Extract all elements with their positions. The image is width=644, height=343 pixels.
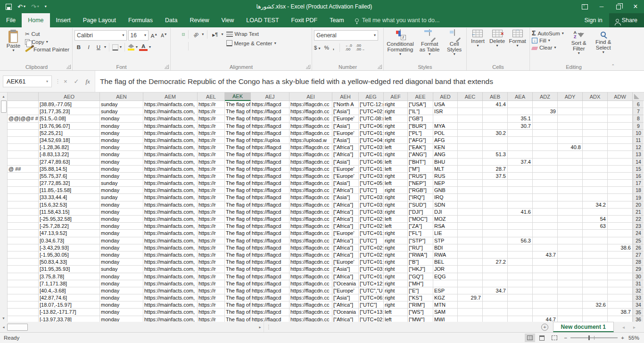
cell-AED18[interactable]: GNB: [433, 187, 458, 194]
cell-AEL27[interactable]: https://r: [198, 251, 225, 259]
cell-AEH29[interactable]: ["Asia"]: [332, 266, 359, 273]
cell-ADW11[interactable]: [608, 137, 633, 144]
cell-AEB17[interactable]: [483, 180, 508, 187]
cell-AEP13[interactable]: [8, 151, 39, 158]
cell-AEI7[interactable]: https://flagcdn.cc: [289, 108, 332, 115]
cell-ADX7[interactable]: [583, 108, 608, 115]
cell-AEK23[interactable]: The flag of: [225, 223, 251, 230]
cell-AEB30[interactable]: [483, 273, 508, 280]
cell-AEE32[interactable]: ["E"]: [408, 287, 433, 294]
cell-AEA33[interactable]: [508, 294, 533, 301]
cell-AEC32[interactable]: [458, 287, 483, 294]
cell-AEP21[interactable]: [8, 209, 39, 216]
cell-ADW8[interactable]: [608, 115, 633, 122]
cell-ADX28[interactable]: [583, 259, 608, 266]
column-header-ael[interactable]: AEL: [198, 92, 225, 101]
cell-AED30[interactable]: EQG: [433, 273, 458, 280]
cell-ADZ33[interactable]: [533, 294, 558, 301]
cell-AEE17[interactable]: ["NEP"]: [408, 180, 433, 187]
cell-AEM35[interactable]: https://mainfacts.com,: [143, 309, 198, 316]
cell-AEB35[interactable]: [483, 309, 508, 316]
cell-AEE35[interactable]: ["WS"]: [408, 309, 433, 316]
cell-ADX15[interactable]: [583, 166, 608, 173]
orientation-button[interactable]: ab: [192, 30, 200, 39]
cell-AEF9[interactable]: right: [384, 123, 408, 130]
cell-AEF29[interactable]: right: [384, 266, 408, 273]
cell-AEP35[interactable]: [8, 309, 39, 316]
cell-AED19[interactable]: IRQ: [433, 194, 458, 201]
row-header-35[interactable]: 35: [633, 309, 644, 316]
cell-AEH32[interactable]: ["Europe': [332, 287, 359, 294]
cell-AEM32[interactable]: https://mainfacts.com,: [143, 287, 198, 294]
cell-AEN15[interactable]: monday: [100, 166, 143, 173]
cell-ADY9[interactable]: [558, 123, 583, 130]
merge-center-button[interactable]: Merge & Center ▾: [226, 40, 276, 46]
cell-AEA31[interactable]: [508, 280, 533, 287]
cell-ADY34[interactable]: [558, 301, 583, 309]
cell-AEC15[interactable]: [458, 166, 483, 173]
cell-AED32[interactable]: ESP: [433, 287, 458, 294]
cell-ADW15[interactable]: [608, 166, 633, 173]
cell-AEO26[interactable]: [-3.43,29.93]: [39, 244, 100, 251]
cell-AEM12[interactable]: https://mainfacts.com,: [143, 144, 198, 151]
cell-AEM16[interactable]: https://mainfacts.com,: [143, 173, 198, 180]
cell-ADZ27[interactable]: 43.7: [533, 251, 558, 259]
row-header-26[interactable]: 26: [633, 244, 644, 251]
cell-AEC36[interactable]: [458, 316, 483, 322]
cell-AEP9[interactable]: [8, 123, 39, 130]
cell-AEK9[interactable]: The flag of: [225, 123, 251, 130]
cell-AEJ6[interactable]: https://flagcd: [251, 101, 289, 108]
cell-AEO19[interactable]: [33.33,44.4]: [39, 194, 100, 201]
cell-ADY12[interactable]: 40.8: [558, 144, 583, 151]
cell-AEA32[interactable]: [508, 287, 533, 294]
cell-ADX10[interactable]: [583, 130, 608, 137]
cell-AEL23[interactable]: https://r: [198, 223, 225, 230]
cell-AEI17[interactable]: https://flagcdn.cc: [289, 180, 332, 187]
cell-AEB18[interactable]: [483, 187, 508, 194]
cell-ADW36[interactable]: [608, 316, 633, 322]
fill-button[interactable]: ↓Fill ▾: [532, 38, 564, 43]
cell-AEE22[interactable]: ["MOC"]: [408, 216, 433, 223]
cell-AEM7[interactable]: https://mainfacts.com,: [143, 108, 198, 115]
cell-AEL24[interactable]: https://r: [198, 230, 225, 237]
cell-AEB23[interactable]: [483, 223, 508, 230]
sheet-nav-left-icon[interactable]: ◂: [622, 325, 625, 330]
increase-decimal-button[interactable]: ←.0.00: [345, 44, 352, 51]
cut-button[interactable]: ✂Cut: [25, 31, 69, 37]
cell-AEL30[interactable]: https://r: [198, 273, 225, 280]
cell-AEG36[interactable]: ["UTC+02:: [359, 316, 384, 322]
cell-AEO11[interactable]: [34.52,69.18]: [39, 137, 100, 144]
column-header-aej[interactable]: AEJ: [251, 92, 289, 101]
cell-AEE18[interactable]: ["RGB"]: [408, 187, 433, 194]
cell-AEG8[interactable]: ["UTC-08:(: [359, 115, 384, 122]
tab-home[interactable]: Home: [22, 13, 50, 27]
column-header-ady[interactable]: ADY: [558, 92, 583, 101]
cell-AEA10[interactable]: [508, 130, 533, 137]
column-header-aen[interactable]: AEN: [100, 92, 143, 101]
cell-AEK8[interactable]: The flag of: [225, 115, 251, 122]
cell-ADZ35[interactable]: [533, 309, 558, 316]
cell-AEA8[interactable]: 35.1: [508, 115, 533, 122]
horizontal-scroll-thumb[interactable]: [7, 324, 28, 331]
cell-ADX26[interactable]: [583, 244, 608, 251]
cell-AEE12[interactable]: ["EAK"]: [408, 144, 433, 151]
cell-ADZ19[interactable]: [533, 194, 558, 201]
clipboard-dialog-launcher[interactable]: [66, 65, 71, 69]
cell-AEN20[interactable]: monday: [100, 201, 143, 209]
cell-ADW14[interactable]: [608, 159, 633, 166]
cell-AEJ11[interactable]: https://uploa: [251, 137, 289, 144]
cell-AEC20[interactable]: [458, 201, 483, 209]
cell-AEM9[interactable]: https://mainfacts.com,: [143, 123, 198, 130]
cell-AEA12[interactable]: [508, 144, 533, 151]
scroll-right-icon[interactable]: ▸: [256, 322, 264, 332]
cell-AEB32[interactable]: 34.7: [483, 287, 508, 294]
format-as-table-button[interactable]: Format as Table ▾: [417, 29, 442, 63]
decrease-decimal-button[interactable]: .00.00→: [356, 44, 365, 51]
cell-AEG23[interactable]: ["UTC+02:: [359, 223, 384, 230]
row-header-8[interactable]: 8: [633, 115, 644, 122]
cell-AEH33[interactable]: ["Asia"]: [332, 294, 359, 301]
insert-function-button[interactable]: fx: [86, 78, 90, 85]
cell-AEE7[interactable]: ["IL"]: [408, 108, 433, 115]
cell-AEH23[interactable]: ["Africa"]: [332, 223, 359, 230]
cell-AEI15[interactable]: https://flagcdn.cc: [289, 166, 332, 173]
